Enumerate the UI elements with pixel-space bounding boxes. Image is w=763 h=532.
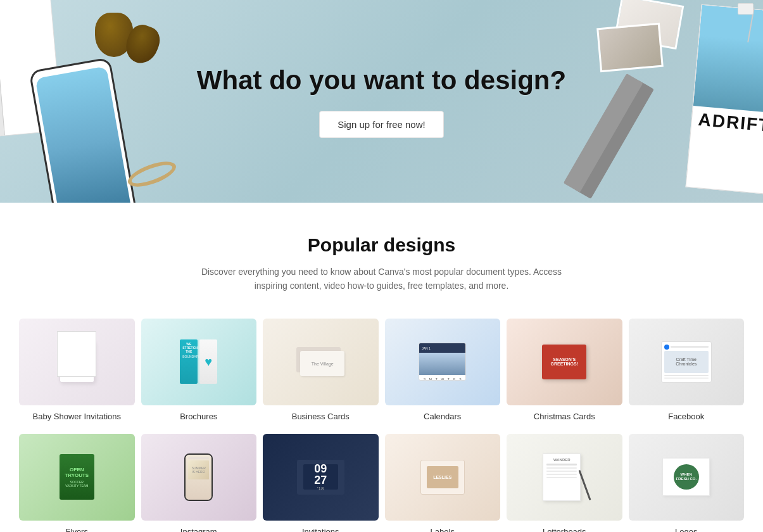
- design-item-letterheads[interactable]: WANDER Letterheads: [507, 434, 622, 532]
- design-thumb-letterheads: WANDER: [507, 434, 622, 521]
- design-label-facebook: Facebook: [668, 412, 704, 421]
- design-item-facebook[interactable]: Craft TimeChronicles Facebook: [629, 319, 745, 421]
- popular-section-title: Popular designs: [13, 234, 750, 256]
- design-item-logos[interactable]: WHENFRESH CO. Logos: [629, 434, 745, 532]
- design-thumb-brochures: WE STRETCH THE BOUNDARIES ♥: [141, 319, 257, 405]
- popular-section-description: Discover everything you need to know abo…: [192, 265, 572, 293]
- design-thumb-invitations: 0927 '18: [263, 434, 379, 521]
- design-item-business-cards[interactable]: The Village Business Cards: [263, 319, 379, 421]
- design-thumb-flyers: OPENTRYOUTS SOCCER VARSITY TEAM: [19, 434, 135, 521]
- design-label-labels: Labels: [431, 527, 455, 532]
- design-label-baby-shower: Baby Shower Invitations: [33, 412, 121, 421]
- design-thumb-christmas-cards: SEASON'SGREETINGS!: [507, 319, 622, 405]
- design-thumb-logos: WHENFRESH CO.: [629, 434, 745, 521]
- design-item-brochures[interactable]: WE STRETCH THE BOUNDARIES ♥ Brochures: [141, 319, 257, 421]
- design-item-invitations[interactable]: 0927 '18 Invitations: [263, 434, 379, 532]
- design-item-labels[interactable]: LESLIES Labels: [385, 434, 501, 532]
- hero-section: ADRIFT What do you want to design? Sign …: [0, 0, 763, 203]
- design-label-christmas-cards: Christmas Cards: [534, 412, 595, 421]
- hero-content: What do you want to design? Sign up for …: [197, 65, 566, 138]
- design-item-flyers[interactable]: OPENTRYOUTS SOCCER VARSITY TEAM Flyers: [19, 434, 135, 532]
- designs-grid-row2: OPENTRYOUTS SOCCER VARSITY TEAM Flyers S…: [13, 434, 750, 532]
- design-thumb-instagram: SUMMERIS HERE!: [141, 434, 257, 521]
- design-label-invitations: Invitations: [302, 527, 339, 532]
- popular-designs-section: Popular designs Discover everything you …: [0, 203, 763, 532]
- design-label-calendars: Calendars: [424, 412, 461, 421]
- design-thumb-facebook: Craft TimeChronicles: [629, 319, 745, 405]
- design-item-christmas-cards[interactable]: SEASON'SGREETINGS! Christmas Cards: [507, 319, 622, 421]
- design-label-brochures: Brochures: [180, 412, 217, 421]
- design-item-instagram[interactable]: SUMMERIS HERE! Instagram: [141, 434, 257, 532]
- design-thumb-business-cards: The Village: [263, 319, 379, 405]
- hero-title: What do you want to design?: [197, 65, 566, 96]
- design-thumb-baby-shower: 👕 MY TWINS'BABY SHOWER: [19, 319, 135, 405]
- signup-button[interactable]: Sign up for free now!: [319, 111, 443, 138]
- design-thumb-labels: LESLIES: [385, 434, 501, 521]
- design-label-letterheads: Letterheads: [543, 527, 586, 532]
- design-label-logos: Logos: [675, 527, 697, 532]
- design-label-instagram: Instagram: [180, 527, 217, 532]
- design-thumb-calendars: JAN 1 SMTWTFS 1234567: [385, 319, 501, 405]
- design-label-flyers: Flyers: [66, 527, 88, 532]
- design-item-calendars[interactable]: JAN 1 SMTWTFS 1234567 Calendars: [385, 319, 501, 421]
- design-label-business-cards: Business Cards: [292, 412, 350, 421]
- design-item-baby-shower[interactable]: 👕 MY TWINS'BABY SHOWER Baby Shower Invit…: [19, 319, 135, 421]
- designs-grid-row1: 👕 MY TWINS'BABY SHOWER Baby Shower Invit…: [13, 319, 750, 434]
